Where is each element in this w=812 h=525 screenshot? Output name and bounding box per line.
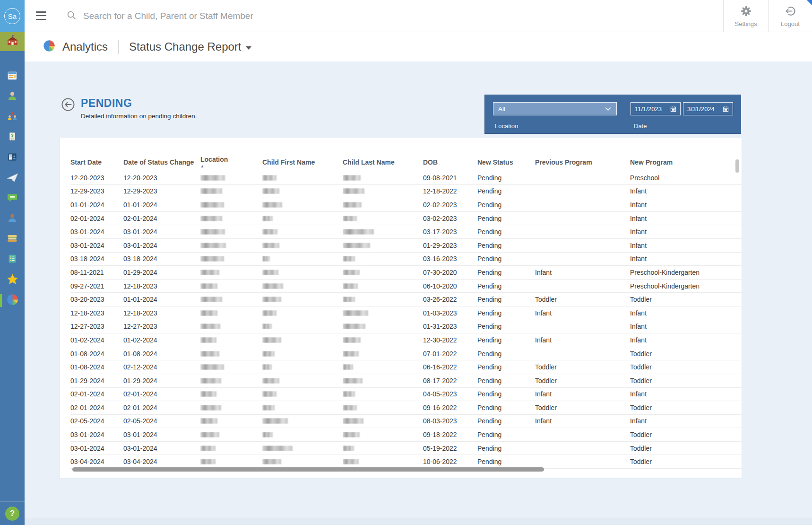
cell-start-date: 01-02-2024 [70,336,123,344]
table-row[interactable]: 01-29-202401-29-202408-17-2022PendingTod… [70,374,742,388]
redacted-text [343,202,362,208]
table-row[interactable]: 03-01-202403-01-202405-19-2022PendingTod… [70,442,742,455]
column-header-location[interactable]: Location ▲ [200,156,262,168]
redacted-text [200,378,221,384]
cell-first-name-redacted [262,270,343,275]
cell-dob: 06-10-2020 [423,282,477,290]
column-header-dob[interactable]: DOB [423,158,477,166]
cell-dob: 03-02-2023 [423,215,477,222]
cell-start-date: 01-08-2024 [70,350,123,358]
table-row[interactable]: 03-20-202301-01-202403-26-2022PendingTod… [70,293,742,306]
cell-new-program: Infant [630,309,742,317]
redacted-text [343,256,355,262]
cell-location-redacted [200,378,262,384]
column-header-new-program[interactable]: New Program [630,158,742,166]
redacted-text [343,378,363,384]
sidebar-item-parents[interactable] [0,88,25,106]
table-row[interactable]: 01-02-202401-02-202412-30-2022PendingInf… [70,333,742,347]
help-button[interactable]: ? [5,507,19,521]
sidebar-item-messages[interactable] [0,189,25,208]
sidebar-item-meals[interactable] [0,230,25,249]
redacted-text [262,405,275,411]
column-header-status-change-date[interactable]: Date of Status Change [123,158,200,166]
cell-new-status: Pending [477,350,535,358]
page-title: Analytics [62,40,108,53]
table-row[interactable]: 08-11-202101-29-202407-30-2020PendingInf… [70,266,742,280]
vertical-scrollbar[interactable] [735,159,739,173]
cell-location-redacted [200,297,262,302]
cell-last-name-redacted [343,188,423,194]
table-row[interactable]: 12-27-202312-27-202301-31-2023PendingInf… [70,320,742,334]
back-button[interactable] [61,98,75,120]
cell-dob: 06-16-2022 [423,363,477,371]
sidebar-item-staff[interactable] [0,210,25,228]
page-header: Analytics Status Change Report [25,32,812,61]
table-row[interactable]: 12-18-202312-18-202301-03-2023PendingInf… [70,306,742,320]
hamburger-menu-icon[interactable] [36,11,46,20]
table-row[interactable]: 02-01-202402-01-202404-05-2023PendingInf… [70,388,742,402]
table-row[interactable]: 01-08-202401-08-202407-01-2022PendingTod… [70,347,742,361]
pie-chart-icon [6,293,19,308]
sidebar-item-send[interactable] [0,169,25,188]
cell-start-date: 03-20-2023 [70,296,123,303]
sidebar-item-family[interactable] [0,108,25,127]
date-to-input[interactable]: 3/31/2024 [683,102,733,115]
cell-first-name-redacted [262,216,343,221]
column-header-start-date[interactable]: Start Date [70,158,123,166]
redacted-text [343,324,365,329]
table-row[interactable]: 02-05-202402-05-202408-03-2023PendingInf… [70,415,742,429]
report-selector[interactable]: Status Change Report [129,40,251,53]
cell-start-date: 03-18-2024 [70,255,123,262]
sidebar-item-school[interactable] [0,32,25,51]
settings-button[interactable]: Settings [723,0,768,32]
cell-previous-program: Infant [535,309,630,317]
sidebar-item-billing[interactable]: $ [0,128,25,147]
column-header-new-status[interactable]: New Status [477,158,535,166]
table-row[interactable]: 01-08-202402-12-202406-16-2022PendingTod… [70,360,742,374]
cell-new-status: Pending [477,336,535,344]
table-row[interactable]: 03-01-202403-01-202409-18-2022PendingTod… [70,428,742,442]
cell-start-date: 12-27-2023 [70,323,123,330]
table-row[interactable]: 03-01-202403-01-202403-17-2023PendingInf… [70,225,742,239]
table-row[interactable]: 02-01-202402-01-202409-16-2022PendingTod… [70,401,742,415]
logout-button[interactable]: Logout [768,0,812,32]
redacted-text [343,243,370,248]
location-filter-dropdown[interactable]: All [493,102,617,115]
search-input[interactable] [83,11,509,21]
sidebar-item-dashboard[interactable] [0,67,25,86]
horizontal-scrollbar[interactable] [72,467,544,472]
cell-location-redacted [200,405,262,411]
cell-first-name-redacted [262,202,343,208]
table-row[interactable]: 03-01-202403-01-202401-29-2023PendingInf… [70,239,742,253]
table-row[interactable]: 01-01-202401-01-202402-02-2023PendingInf… [70,198,742,212]
table-row[interactable]: 02-01-202402-01-202403-02-2023PendingInf… [70,212,742,226]
sidebar-item-staff-badge[interactable] [0,149,25,167]
sidebar-item-analytics[interactable] [0,291,25,310]
column-header-child-first-name[interactable]: Child First Name [262,158,343,166]
cell-location-redacted [200,188,262,194]
cell-new-status: Pending [477,404,535,411]
table-row[interactable]: 12-29-202312-29-202312-18-2022PendingInf… [70,185,742,199]
table-row[interactable]: 12-20-202312-20-202309-08-2021PendingPre… [70,171,742,185]
chevron-down-icon [246,46,251,50]
avatar[interactable]: Sa [0,0,25,32]
cell-start-date: 03-01-2024 [70,445,123,452]
redacted-text [343,310,368,316]
column-header-child-last-name[interactable]: Child Last Name [343,158,423,166]
cell-location-redacted [200,229,262,235]
sidebar-item-checklist[interactable] [0,250,25,269]
table-row[interactable]: 03-04-202403-04-202410-06-2022PendingTod… [70,455,742,469]
cell-new-status: Pending [477,215,535,222]
cell-location-redacted [200,256,262,262]
table-row[interactable]: 09-27-202112-18-202306-10-2020PendingPre… [70,280,742,293]
sidebar-item-favorites[interactable] [0,271,25,289]
cell-new-program: Infant [630,201,742,209]
column-header-previous-program[interactable]: Previous Program [535,158,630,166]
cell-location-redacted [200,459,262,464]
redacted-text [200,297,222,302]
gear-icon [740,5,752,19]
table-row[interactable]: 03-18-202403-18-202403-16-2023PendingInf… [70,253,742,266]
date-from-input[interactable]: 11/1/2023 [631,102,681,115]
analytics-pie-icon [43,39,56,54]
cell-new-status: Pending [477,458,535,465]
